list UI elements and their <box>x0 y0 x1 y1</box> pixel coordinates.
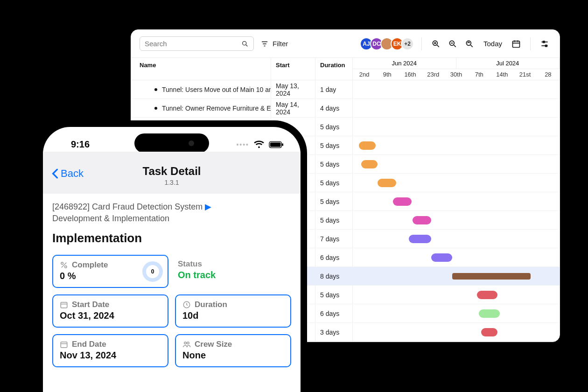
timeline-week: 23rd <box>422 69 445 80</box>
zoom-in-icon[interactable] <box>429 37 442 50</box>
task-duration: 5 days <box>315 174 353 192</box>
page-title: Task Detail <box>52 165 291 178</box>
gantt-track <box>353 136 560 154</box>
gantt-row[interactable]: Tunnel: Owner Remove Furniture & Equipme… <box>131 99 560 118</box>
search-icon <box>241 40 249 48</box>
gantt-track <box>353 155 560 173</box>
timeline-header: Jun 2024Jul 2024 2nd9th16th23rd30th7th14… <box>353 58 560 80</box>
back-button[interactable]: Back <box>51 168 84 180</box>
card-value: Oct 31, 2024 <box>60 310 161 321</box>
task-duration: 8 days <box>315 267 353 285</box>
svg-point-34 <box>187 342 189 344</box>
gantt-bar[interactable] <box>431 253 452 262</box>
gantt-bar[interactable] <box>409 235 432 243</box>
gantt-track <box>353 99 560 117</box>
status-card[interactable]: Status On track <box>175 255 291 288</box>
back-label: Back <box>61 168 84 180</box>
end-date-card[interactable]: End Date Nov 13, 2024 <box>52 334 168 367</box>
timeline-week: 28 <box>537 69 560 80</box>
breadcrumb-project: [2468922] Card Fraud Detection System <box>52 202 203 211</box>
breadcrumb-arrow-icon: ▶ <box>205 202 211 211</box>
column-header-start[interactable]: Start <box>271 58 315 80</box>
svg-point-27 <box>65 266 67 268</box>
avatar-overflow[interactable]: +2 <box>401 37 414 50</box>
svg-line-13 <box>470 45 472 47</box>
svg-rect-31 <box>61 342 67 348</box>
timeline-week: 30th <box>445 69 468 80</box>
chevron-left-icon <box>51 168 59 179</box>
card-value: 10d <box>182 310 284 321</box>
task-duration: 6 days <box>315 304 353 322</box>
percent-complete-card[interactable]: Complete 0 % 0 <box>52 255 168 288</box>
column-header-row: Name Start Duration Jun 2024Jul 2024 2nd… <box>131 58 560 80</box>
timeline-week: 21st <box>514 69 537 80</box>
zoom-out-icon[interactable] <box>446 37 459 50</box>
timeline-month: Jun 2024 <box>353 58 456 69</box>
settings-sliders-icon[interactable] <box>538 37 551 50</box>
calendar-icon <box>60 301 68 309</box>
task-content: [2468922] Card Fraud Detection System ▶ … <box>43 194 301 375</box>
gantt-bar[interactable] <box>393 197 412 206</box>
card-label: Duration <box>195 300 227 309</box>
filter-label: Filter <box>273 40 288 48</box>
page-subtitle: 1.3.1 <box>52 179 291 186</box>
gantt-bar[interactable] <box>477 291 497 299</box>
gantt-bar[interactable] <box>479 309 499 318</box>
today-button[interactable]: Today <box>483 40 502 48</box>
task-title: Implementation <box>52 231 291 245</box>
card-label: Status <box>178 259 202 269</box>
breadcrumb[interactable]: [2468922] Card Fraud Detection System ▶ … <box>52 201 291 224</box>
task-duration: 5 days <box>315 136 353 154</box>
column-header-name[interactable]: Name <box>131 58 271 80</box>
filter-icon <box>260 40 269 48</box>
card-value: On track <box>178 270 285 280</box>
task-duration: 5 days <box>315 211 353 229</box>
task-duration: 5 days <box>315 286 353 304</box>
duration-card[interactable]: Duration 10d <box>175 294 291 328</box>
gantt-bar[interactable] <box>359 141 375 150</box>
timeline-month: Jul 2024 <box>456 58 560 69</box>
phone-screen: 9:16 •••• Back Task Detail 1.3.1 <box>43 127 301 392</box>
search-input-wrapper[interactable] <box>140 36 254 51</box>
avatar-stack[interactable]: AJDCEK+2 <box>363 37 414 50</box>
breadcrumb-phase: Development & Implementation <box>52 214 169 223</box>
progress-ring-value: 0 <box>151 268 154 275</box>
svg-point-33 <box>184 342 187 344</box>
gantt-track <box>353 323 560 341</box>
svg-point-26 <box>61 262 63 265</box>
start-date-card[interactable]: Start Date Oct 31, 2024 <box>52 294 168 328</box>
task-name: Tunnel: Users Move out of Main 10 and in… <box>162 86 271 93</box>
search-input[interactable] <box>145 40 238 48</box>
gantt-track <box>353 230 560 248</box>
timeline-week: 9th <box>376 69 399 80</box>
gantt-row[interactable]: Tunnel: Users Move out of Main 10 and in… <box>131 80 560 99</box>
gantt-bar[interactable] <box>413 216 431 224</box>
battery-icon <box>269 141 284 148</box>
clock-icon <box>182 301 191 309</box>
card-label: End Date <box>72 340 106 349</box>
gantt-bar[interactable] <box>361 160 378 168</box>
task-duration: 5 days <box>315 155 353 173</box>
card-label: Crew Size <box>195 340 232 349</box>
zoom-fit-icon[interactable] <box>463 37 476 50</box>
filter-button[interactable]: Filter <box>258 38 291 50</box>
gantt-bar[interactable] <box>452 273 531 280</box>
percent-icon <box>60 261 68 269</box>
task-start: May 13, 2024 <box>271 80 315 98</box>
gantt-track <box>353 286 560 304</box>
svg-line-1 <box>246 45 247 46</box>
task-duration: 1 day <box>315 80 353 98</box>
calendar-icon <box>60 340 68 349</box>
crew-size-card[interactable]: Crew Size None <box>175 334 291 367</box>
task-duration: 5 days <box>315 118 353 136</box>
card-label: Complete <box>72 260 108 270</box>
dynamic-island <box>134 133 209 153</box>
timeline-week: 16th <box>399 69 421 80</box>
calendar-icon[interactable] <box>510 37 523 50</box>
gantt-track <box>353 80 560 98</box>
phone-frame: 9:16 •••• Back Task Detail 1.3.1 <box>36 120 307 392</box>
gantt-bar[interactable] <box>481 328 497 336</box>
gantt-bar[interactable] <box>378 179 396 187</box>
column-header-duration[interactable]: Duration <box>315 58 353 80</box>
cell-signal-icon: •••• <box>236 141 249 148</box>
